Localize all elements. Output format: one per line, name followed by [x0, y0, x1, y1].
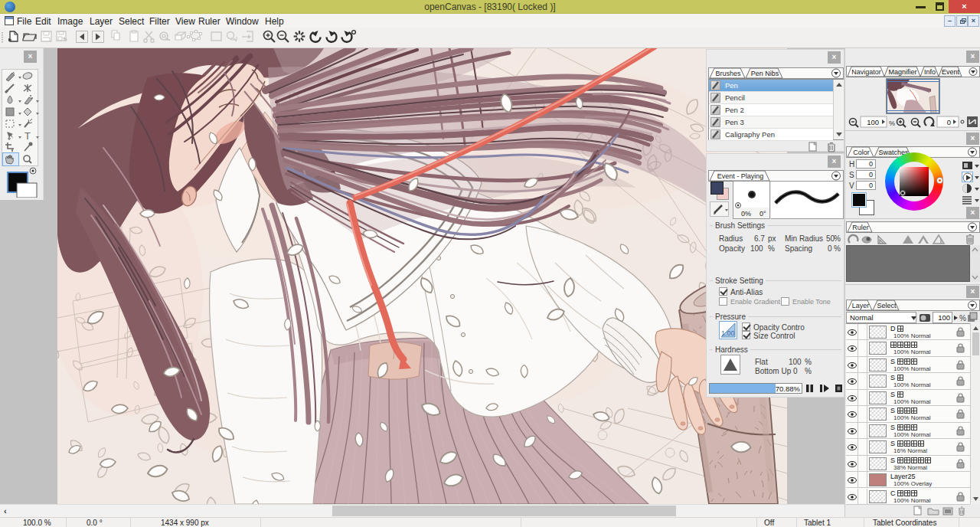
svg-text:Select: Select	[877, 302, 897, 309]
svg-text:100: 100	[867, 118, 879, 126]
svg-text:Event - Playing: Event - Playing	[717, 172, 764, 180]
svg-text:Magnifier: Magnifier	[888, 68, 916, 76]
svg-text:Color: Color	[853, 149, 870, 156]
svg-text:Layer: Layer	[852, 302, 870, 309]
svg-text:%: %	[889, 119, 895, 127]
svg-text:Brushes: Brushes	[715, 70, 741, 77]
svg-text:Info: Info	[924, 68, 936, 76]
svg-text:Ruler: Ruler	[852, 224, 869, 231]
svg-text:1.00: 1.00	[721, 329, 735, 337]
svg-text:Navigator: Navigator	[851, 68, 881, 76]
svg-text:0°: 0°	[760, 210, 766, 218]
svg-text:T: T	[24, 130, 31, 142]
svg-text:0%: 0%	[741, 210, 751, 218]
svg-text:Pen Nibs: Pen Nibs	[751, 70, 779, 77]
svg-text:Event: Event	[942, 68, 960, 76]
svg-text:0: 0	[947, 118, 951, 126]
